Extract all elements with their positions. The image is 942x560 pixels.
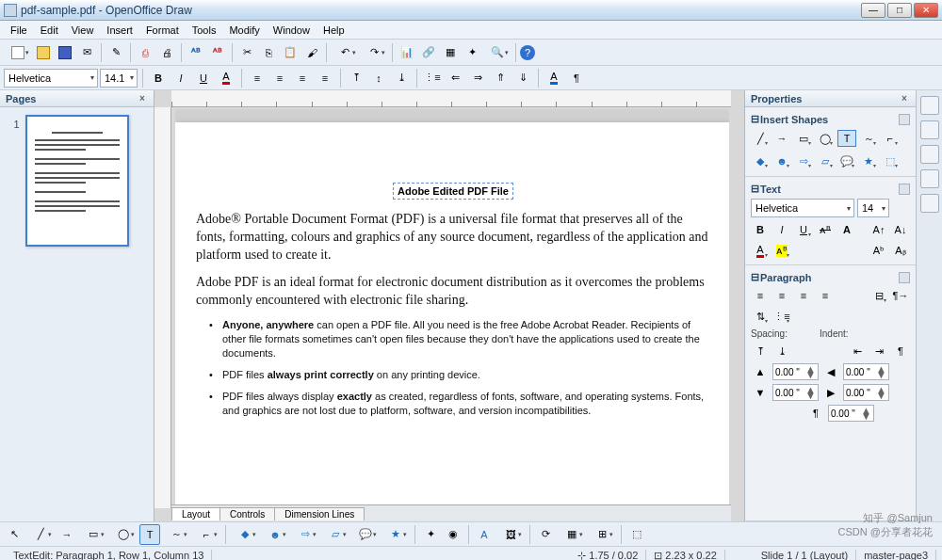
text-italic-button[interactable]: I xyxy=(772,221,791,238)
arrow-tool[interactable]: → xyxy=(772,130,791,147)
from-file-button[interactable]: 🖼 xyxy=(496,524,525,545)
align-justify-button[interactable]: ≡ xyxy=(315,68,335,88)
menu-file[interactable]: File xyxy=(4,23,34,38)
redo-button[interactable]: ↷ xyxy=(360,42,388,63)
star-tool[interactable]: ★ xyxy=(859,152,878,169)
spellcheck-button[interactable]: ᴬᴮ xyxy=(186,42,206,63)
copy-button[interactable]: ⎘ xyxy=(258,42,279,63)
line-tool-bottom[interactable]: ╱ xyxy=(26,524,55,545)
table-button[interactable]: ▦ xyxy=(440,42,461,63)
bullets-drop-button[interactable]: ⋮≡ xyxy=(772,308,791,325)
text-font-combo[interactable]: Helvetica xyxy=(751,199,854,217)
symbol-shapes-bottom[interactable]: ☻ xyxy=(261,524,289,545)
callout-bottom[interactable]: 💬 xyxy=(351,524,380,545)
hyperlink-button[interactable]: 🔗 xyxy=(418,42,439,63)
dock-functions-button[interactable] xyxy=(920,194,939,213)
flowchart-tool[interactable]: ▱ xyxy=(816,152,835,169)
rect-tool[interactable]: ▭ xyxy=(794,130,813,147)
properties-close-icon[interactable]: × xyxy=(899,93,910,104)
text-bold-button[interactable]: B xyxy=(751,221,770,238)
superscript-button[interactable]: Aᵇ xyxy=(869,242,888,259)
indent-left-input[interactable]: ▲▼ xyxy=(843,363,889,380)
close-button[interactable]: ✕ xyxy=(914,3,938,18)
curve-tool-bottom[interactable]: ～ xyxy=(162,524,190,545)
vertical-ruler[interactable] xyxy=(154,107,171,508)
menu-view[interactable]: View xyxy=(65,23,101,38)
doc-paragraph[interactable]: Adobe PDF is an ideal format for electro… xyxy=(196,274,710,310)
cut-button[interactable]: ✂ xyxy=(236,42,257,63)
tab-dimension[interactable]: Dimension Lines xyxy=(274,507,365,520)
arrow-tool-bottom[interactable]: → xyxy=(57,524,77,545)
text-underline-button[interactable]: U xyxy=(794,221,813,238)
para-valign-button[interactable]: ⊟ xyxy=(869,287,888,304)
save-button[interactable] xyxy=(55,42,75,63)
dock-navigator-button[interactable] xyxy=(920,169,939,188)
rotate-button[interactable]: ⟳ xyxy=(535,524,556,545)
menu-window[interactable]: Window xyxy=(267,23,317,38)
rect-tool-bottom[interactable]: ▭ xyxy=(79,524,107,545)
select-tool[interactable]: ↖ xyxy=(4,524,24,545)
valign-middle-button[interactable]: ↕ xyxy=(368,68,389,88)
text-tool[interactable]: T xyxy=(837,130,856,147)
text-size-combo[interactable]: 14 xyxy=(857,199,889,217)
autospell-button[interactable]: ᴬᴮ xyxy=(207,42,228,63)
text-tool-bottom[interactable]: T xyxy=(139,524,160,545)
connector-tool[interactable]: ⌐ xyxy=(881,130,900,147)
align-right-button[interactable]: ≡ xyxy=(292,68,313,88)
section-menu-icon[interactable] xyxy=(899,272,910,283)
flowchart-bottom[interactable]: ▱ xyxy=(321,524,349,545)
connector-tool-bottom[interactable]: ⌐ xyxy=(192,524,220,545)
open-button[interactable] xyxy=(33,42,54,63)
paste-button[interactable]: 📋 xyxy=(280,42,300,63)
page-thumbnail-1[interactable]: 1 xyxy=(25,115,129,247)
callout-tool[interactable]: 💬 xyxy=(837,152,856,169)
move-up-button[interactable]: ⇑ xyxy=(490,68,511,88)
points-button[interactable]: ✦ xyxy=(420,524,441,545)
text-shadow-button[interactable]: A xyxy=(837,221,856,238)
3d-tool[interactable]: ⬚ xyxy=(881,152,900,169)
minimize-button[interactable]: — xyxy=(861,3,885,18)
section-menu-icon[interactable] xyxy=(899,184,910,195)
email-button[interactable]: ✉ xyxy=(76,42,97,63)
symbol-shapes-tool[interactable]: ☻ xyxy=(772,152,791,169)
char-dialog-button[interactable]: A xyxy=(544,68,564,88)
zoom-button[interactable]: 🔍 xyxy=(483,42,512,63)
extrusion-button[interactable]: ⬚ xyxy=(626,524,647,545)
italic-button[interactable]: I xyxy=(171,68,191,88)
line-tool[interactable]: ╱ xyxy=(751,130,770,147)
fontwork-button[interactable]: A xyxy=(474,524,495,545)
star-bottom[interactable]: ★ xyxy=(382,524,410,545)
font-size-combo[interactable]: 14.1 xyxy=(100,69,138,88)
glue-button[interactable]: ◉ xyxy=(443,524,463,545)
first-line-input[interactable]: ▲▼ xyxy=(828,405,874,422)
indent-right-input[interactable]: ▲▼ xyxy=(843,384,889,401)
export-pdf-button[interactable]: ⎙ xyxy=(135,42,155,63)
space-below-input[interactable]: ▲▼ xyxy=(772,384,819,401)
chart-button[interactable]: 📊 xyxy=(397,42,417,63)
menu-tools[interactable]: Tools xyxy=(186,23,223,38)
horizontal-ruler[interactable] xyxy=(171,90,731,107)
text-color-button[interactable]: A xyxy=(751,242,770,259)
basic-shapes-tool[interactable]: ◆ xyxy=(751,152,770,169)
para-ltr-button[interactable]: ¶→ xyxy=(891,287,910,304)
page-canvas[interactable]: Adobe Edited PDF File Adobe® Portable Do… xyxy=(175,122,729,504)
doc-bullet[interactable]: •PDF files always print correctly on any… xyxy=(209,368,710,382)
print-button[interactable]: 🖨 xyxy=(156,42,177,63)
tab-controls[interactable]: Controls xyxy=(219,507,275,520)
dock-styles-button[interactable] xyxy=(920,120,939,139)
ellipse-tool-bottom[interactable]: ◯ xyxy=(109,524,138,545)
dock-gallery-button[interactable] xyxy=(920,145,939,164)
page-thumbnails[interactable]: 1 xyxy=(0,107,154,521)
para-justify-button[interactable]: ≡ xyxy=(816,287,835,304)
new-button[interactable] xyxy=(4,42,32,63)
maximize-button[interactable]: □ xyxy=(887,3,912,18)
align-button[interactable]: ▦ xyxy=(558,524,586,545)
basic-shapes-bottom[interactable]: ◆ xyxy=(231,524,259,545)
page-viewport[interactable]: Adobe Edited PDF File Adobe® Portable Do… xyxy=(175,109,729,504)
format-paint-button[interactable]: 🖌 xyxy=(301,42,322,63)
navigator-button[interactable]: ✦ xyxy=(462,42,482,63)
menu-help[interactable]: Help xyxy=(317,23,351,38)
tab-layout[interactable]: Layout xyxy=(171,507,220,520)
highlight-button[interactable]: ᴀᴮ xyxy=(772,242,791,259)
promote-button[interactable]: ⇐ xyxy=(445,68,465,88)
